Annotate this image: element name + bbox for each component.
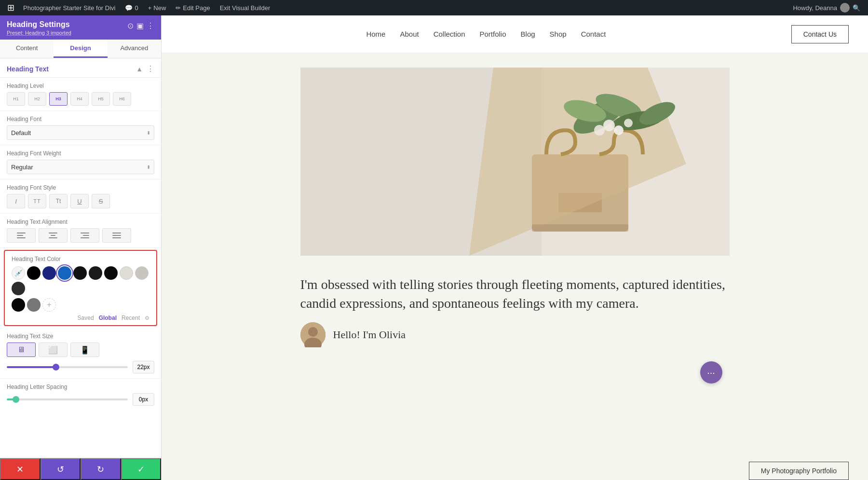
- focus-icon[interactable]: ⊙: [127, 21, 134, 30]
- more-options-icon[interactable]: ⋮: [147, 21, 154, 30]
- color-swatch-almost-black[interactable]: [12, 298, 25, 312]
- color-swatch-dark-gray[interactable]: [12, 282, 25, 295]
- heading-text-alignment-label: Heading Text Alignment: [7, 219, 154, 225]
- device-tablet-btn[interactable]: ⬜: [39, 343, 68, 357]
- heading-level-field: Heading Level H1 H2 H3 H4 H5 H6: [0, 78, 161, 111]
- admin-edit-page[interactable]: ✏ Edit Page: [172, 0, 214, 15]
- admin-bar: ⊞ Photographer Starter Site for Divi 💬 0…: [0, 0, 868, 15]
- avatar: [840, 3, 850, 13]
- settings-sidebar: Heading Settings Preset: Heading 3 impor…: [0, 15, 162, 480]
- color-tab-recent[interactable]: Recent: [122, 315, 140, 321]
- collapse-icon[interactable]: ▲: [136, 65, 143, 73]
- align-right-btn[interactable]: [70, 228, 99, 243]
- undo-button[interactable]: ↺: [41, 458, 81, 480]
- tab-content[interactable]: Content: [0, 40, 54, 58]
- color-swatch-near-black-3[interactable]: [104, 266, 118, 280]
- eyedropper-btn[interactable]: 💉: [12, 266, 25, 280]
- nav-home[interactable]: Home: [366, 30, 385, 38]
- color-swatch-medium-gray-2[interactable]: [27, 298, 41, 312]
- style-italic-btn[interactable]: I: [7, 194, 25, 208]
- align-left-btn[interactable]: [7, 228, 36, 243]
- align-center-btn[interactable]: [39, 228, 68, 243]
- portfolio-btn-container: My Photography Portfolio: [749, 462, 849, 480]
- nav-blog[interactable]: Blog: [521, 30, 535, 38]
- device-desktop-btn[interactable]: 🖥: [7, 343, 36, 357]
- style-strikethrough-btn[interactable]: S: [92, 194, 110, 208]
- redo-button[interactable]: ↻: [81, 458, 121, 480]
- portfolio-button[interactable]: My Photography Portfolio: [749, 462, 849, 480]
- save-button[interactable]: ✓: [121, 458, 162, 480]
- tab-advanced[interactable]: Advanced: [108, 40, 161, 58]
- color-swatch-black[interactable]: [27, 266, 41, 280]
- admin-user: Howdy, Deanna 🔍: [789, 3, 864, 13]
- heading-level-buttons: H1 H2 H3 H4 H5 H6: [7, 92, 154, 106]
- nav-collection[interactable]: Collection: [434, 30, 465, 38]
- nav-portfolio[interactable]: Portfolio: [480, 30, 506, 38]
- color-swatch-light-gray[interactable]: [120, 266, 133, 280]
- color-swatch-blue[interactable]: [58, 266, 71, 280]
- color-swatch-near-black-1[interactable]: [73, 266, 87, 280]
- device-mobile-btn[interactable]: 📱: [70, 343, 99, 357]
- color-settings-icon[interactable]: ⚙: [145, 315, 149, 321]
- tab-design[interactable]: Design: [54, 40, 107, 58]
- heading-letter-spacing-label: Heading Letter Spacing: [7, 384, 154, 390]
- heading-level-label: Heading Level: [7, 82, 154, 89]
- section-options-icon[interactable]: ⋮: [147, 64, 154, 73]
- heading-level-h4[interactable]: H4: [70, 92, 89, 106]
- admin-new[interactable]: + New: [144, 0, 170, 15]
- color-swatch-medium-gray[interactable]: [135, 266, 149, 280]
- color-tab-global[interactable]: Global: [99, 315, 117, 321]
- svg-point-12: [594, 125, 605, 136]
- nav-shop[interactable]: Shop: [550, 30, 567, 38]
- layout-icon[interactable]: ▣: [136, 21, 144, 30]
- page-content: I'm obsessed with telling stories throug…: [162, 53, 868, 480]
- heading-font-label: Heading Font: [7, 116, 154, 123]
- author-name: Hello! I'm Olivia: [333, 329, 406, 341]
- color-swatch-dark-blue[interactable]: [42, 266, 56, 280]
- color-swatch-near-black-2[interactable]: [89, 266, 102, 280]
- color-tab-bar: Saved Global Recent ⚙: [12, 315, 149, 321]
- contact-us-button[interactable]: Contact Us: [791, 25, 849, 43]
- svg-point-11: [614, 125, 624, 135]
- pencil-icon: ✏: [176, 4, 181, 12]
- heading-text-color-label: Heading Text Color: [12, 256, 149, 262]
- wp-logo-icon[interactable]: ⊞: [4, 1, 17, 14]
- style-capitalize-btn[interactable]: Tt: [49, 194, 68, 208]
- heading-level-h6[interactable]: H6: [113, 92, 131, 106]
- align-justify-btn[interactable]: [102, 228, 131, 243]
- heading-text-color-section: Heading Text Color 💉: [4, 250, 157, 326]
- search-icon[interactable]: 🔍: [853, 4, 860, 12]
- svg-rect-14: [532, 224, 628, 232]
- add-color-btn[interactable]: +: [42, 298, 56, 312]
- admin-comments[interactable]: 💬 0: [121, 0, 142, 15]
- author-avatar: [300, 322, 326, 347]
- heading-letter-spacing-section: Heading Letter Spacing 0px: [0, 379, 161, 411]
- color-tab-saved[interactable]: Saved: [78, 315, 94, 321]
- heading-level-h3[interactable]: H3: [49, 92, 68, 106]
- nav-contact[interactable]: Contact: [581, 30, 606, 38]
- heading-text-size-section: Heading Text Size 🖥 ⬜ 📱 22px: [0, 328, 161, 379]
- section-heading-text: Heading Text ▲ ⋮: [0, 58, 161, 78]
- section-title: Heading Text: [7, 65, 49, 73]
- cancel-button[interactable]: ✕: [0, 458, 41, 480]
- heading-font-weight-select[interactable]: Regular: [7, 160, 154, 174]
- heading-font-weight-label: Heading Font Weight: [7, 150, 154, 157]
- style-underline-btn[interactable]: U: [70, 194, 89, 208]
- heading-level-h1[interactable]: H1: [7, 92, 25, 106]
- heading-font-weight-field: Heading Font Weight Regular: [0, 145, 161, 179]
- admin-exit-builder[interactable]: Exit Visual Builder: [216, 0, 274, 15]
- heading-font-select[interactable]: Default: [7, 125, 154, 140]
- floating-action-btn[interactable]: ···: [700, 361, 722, 384]
- text-size-slider[interactable]: [7, 366, 128, 368]
- nav-links: Home About Collection Portfolio Blog Sho…: [181, 30, 791, 38]
- color-swatches-row-2: +: [12, 298, 149, 312]
- heading-level-h5[interactable]: H5: [92, 92, 110, 106]
- sidebar-content-area: Heading Text ▲ ⋮ Heading Level H1 H2 H3 …: [0, 58, 161, 458]
- heading-font-field: Heading Font Default: [0, 111, 161, 145]
- style-uppercase-btn[interactable]: TT: [28, 194, 46, 208]
- heading-level-h2[interactable]: H2: [28, 92, 46, 106]
- nav-about[interactable]: About: [400, 30, 419, 38]
- letter-spacing-slider[interactable]: [7, 398, 128, 400]
- sidebar-preset[interactable]: Preset: Heading 3 imported: [7, 30, 71, 36]
- admin-site-name[interactable]: Photographer Starter Site for Divi: [19, 0, 119, 15]
